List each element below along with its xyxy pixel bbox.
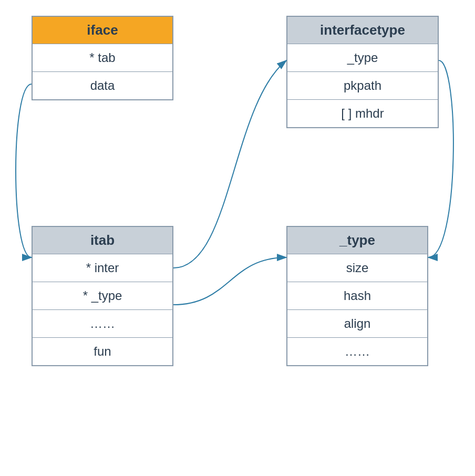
arrow-iface-to-itab bbox=[16, 84, 32, 257]
interfacetype-box: interfacetype _type pkpath [ ] mhdr bbox=[286, 16, 439, 128]
iface-box: iface * tab data bbox=[32, 16, 173, 100]
arrow-itab-inter-to-interfacetype bbox=[173, 60, 286, 268]
itab-field-inter: * inter bbox=[33, 254, 172, 282]
interfacetype-field-mhdr: [ ] mhdr bbox=[287, 99, 438, 127]
iface-field-tab: * tab bbox=[33, 44, 172, 71]
iface-title: iface bbox=[33, 17, 172, 44]
arrow-itab-type-to-type bbox=[173, 257, 286, 305]
type-field-size: size bbox=[287, 254, 427, 282]
itab-field-dots: …… bbox=[33, 309, 172, 337]
iface-field-data: data bbox=[33, 71, 172, 99]
type-field-hash: hash bbox=[287, 282, 427, 309]
type-field-align: align bbox=[287, 309, 427, 337]
interfacetype-title: interfacetype bbox=[287, 17, 438, 44]
type-title: _type bbox=[287, 227, 427, 254]
interfacetype-field-type: _type bbox=[287, 44, 438, 71]
itab-field-fun: fun bbox=[33, 337, 172, 365]
itab-box: itab * inter * _type …… fun bbox=[32, 226, 173, 366]
type-box: _type size hash align …… bbox=[286, 226, 428, 366]
itab-title: itab bbox=[33, 227, 172, 254]
itab-field-type: * _type bbox=[33, 282, 172, 309]
type-field-dots: …… bbox=[287, 337, 427, 365]
interfacetype-field-pkpath: pkpath bbox=[287, 71, 438, 99]
